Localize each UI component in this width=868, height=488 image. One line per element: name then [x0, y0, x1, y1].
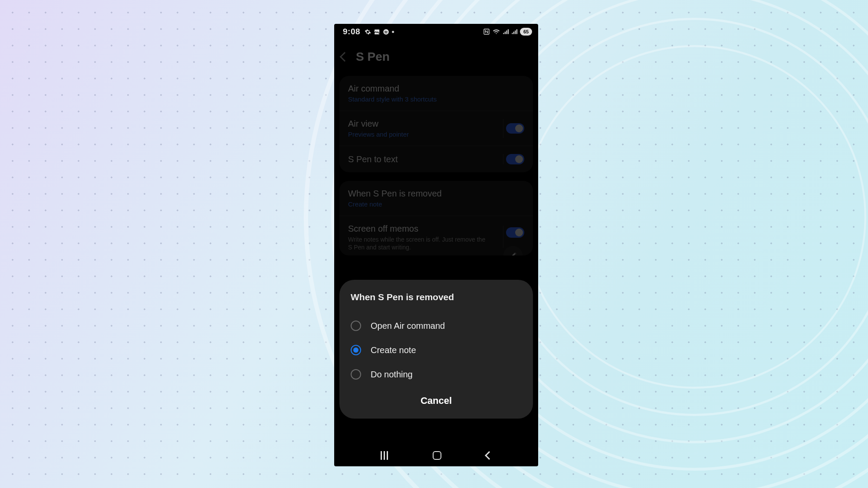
option-create-note[interactable]: Create note	[351, 338, 522, 362]
spen-to-text-row[interactable]: S Pen to text	[339, 146, 533, 172]
signal-icon-2	[511, 29, 517, 35]
phone-frame: 9:08 65	[334, 24, 538, 466]
option-label: Open Air command	[371, 321, 445, 331]
dialog-title: When S Pen is removed	[351, 292, 522, 302]
more-notifications-icon	[392, 31, 394, 33]
when-removed-label: When S Pen is removed	[348, 189, 442, 199]
page-header: S Pen	[334, 40, 538, 76]
when-removed-sub: Create note	[348, 200, 442, 208]
nav-home-button[interactable]	[433, 451, 441, 460]
gallery-icon	[374, 29, 380, 35]
option-open-air-command[interactable]: Open Air command	[351, 314, 522, 338]
air-command-sub: Standard style with 3 shortcuts	[348, 95, 437, 103]
battery-pill: 65	[520, 28, 532, 36]
settings-content: S Pen Air command Standard style with 3 …	[334, 40, 538, 445]
page-title: S Pen	[356, 50, 390, 64]
air-view-row[interactable]: Air view Previews and pointer	[339, 111, 533, 146]
cancel-button[interactable]: Cancel	[351, 386, 522, 409]
when-removed-row[interactable]: When S Pen is removed Create note	[339, 181, 533, 216]
air-view-sub: Previews and pointer	[348, 131, 409, 138]
status-time: 9:08	[343, 27, 360, 36]
option-do-nothing[interactable]: Do nothing	[351, 362, 522, 386]
nav-recents-button[interactable]	[381, 451, 388, 460]
option-label: Do nothing	[371, 370, 413, 380]
screen-off-memos-row[interactable]: Screen off memos Write notes while the s…	[339, 216, 533, 255]
when-removed-dialog: When S Pen is removed Open Air command C…	[339, 280, 533, 419]
system-nav-bar	[334, 445, 538, 466]
nfc-icon	[483, 28, 490, 35]
spen-to-text-toggle[interactable]	[506, 154, 524, 164]
wifi-icon	[493, 29, 500, 35]
radio-icon-selected	[351, 345, 361, 355]
air-command-label: Air command	[348, 84, 437, 94]
radio-icon	[351, 321, 361, 331]
settings-group-2: When S Pen is removed Create note Screen…	[339, 181, 533, 255]
option-label: Create note	[371, 345, 416, 355]
pencil-icon	[509, 251, 517, 255]
spotify-icon	[383, 29, 389, 35]
air-view-toggle[interactable]	[506, 123, 524, 134]
settings-icon	[365, 29, 371, 35]
status-bar: 9:08 65	[334, 24, 538, 40]
screen-off-memos-label: Screen off memos	[348, 224, 487, 234]
signal-icon	[503, 29, 509, 35]
settings-group-1: Air command Standard style with 3 shortc…	[339, 76, 533, 172]
screen-off-memos-toggle[interactable]	[506, 227, 524, 238]
radio-icon	[351, 369, 361, 380]
air-command-row[interactable]: Air command Standard style with 3 shortc…	[339, 76, 533, 111]
spen-to-text-label: S Pen to text	[348, 154, 398, 164]
air-view-label: Air view	[348, 119, 409, 129]
screen-off-memos-sub: Write notes while the screen is off. Jus…	[348, 236, 487, 251]
nav-back-button[interactable]	[485, 451, 493, 460]
back-icon[interactable]	[340, 52, 350, 62]
